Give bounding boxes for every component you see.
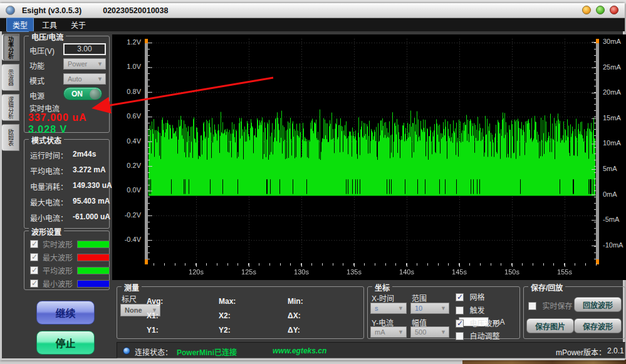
power-toggle-state: ON [71,90,83,98]
min-wave-checkbox[interactable] [30,279,38,288]
power-supply-label: 电源 [29,90,44,101]
close-button[interactable] [610,6,618,14]
current-axis-tick-label: 10mA [603,139,626,147]
measure-avg: Avg: [147,297,163,306]
avg-wave-swatch[interactable] [77,267,110,274]
status-bar: 连接状态： PowerMini已连接 www.egteks.cn mPower版… [117,342,625,358]
stop-button[interactable]: 停止 [36,331,95,355]
voltage-axis-tick-label: 0.2V [112,162,141,169]
time-axis-tick-label: 120s [182,268,210,276]
time-axis-tick-label: 155s [551,268,578,276]
device-serial: 020230520010038 [103,6,168,15]
sidebar-tab-power-analysis[interactable]: 功率分析 [2,34,19,61]
measure-dy: ΔY: [288,326,300,335]
runtime-value: 2m44s [73,150,96,160]
current-axis-tick-label: -5mA [603,216,626,223]
y-unit-value: mA [375,328,385,336]
waveform-plot[interactable] [145,36,599,269]
power-toggle[interactable]: ON [63,87,102,100]
connection-status-icon [123,347,130,355]
max-current-label: 最大电流： [30,197,73,207]
current-axis-tick-label: 30mA [603,38,626,45]
mode-select[interactable]: Auto ▼ [63,73,106,85]
maximize-button[interactable] [596,6,605,14]
time-axis-tick-label: 130s [288,268,315,276]
app-logo-icon [6,6,15,15]
max-current-value: 95.403 mA [73,197,110,207]
avg-current-label: 平均电流： [30,165,73,176]
waveform-chart[interactable]: 1.2V1.0V0.8V0.6V0.4V0.2V0.0V-0.2V-0.4V30… [112,34,626,280]
menu-item-tools[interactable]: 工具 [36,18,63,31]
voltage-axis-tick-label: 1.2V [112,38,141,46]
min-current-value: -61.000 uA [73,212,110,223]
amplitude-select[interactable]: 500 ▼ [410,326,449,338]
sidebar-tab-oscilloscope[interactable]: 示波器 [2,64,19,91]
auto-adjust-checkbox[interactable] [456,332,464,340]
voltage-wave-checkbox-label: 电压波形 [469,320,499,328]
minimize-button[interactable] [582,6,591,14]
ruler-select-value: None [125,306,142,314]
measure-group: 测量 标尺 None ▼ Avg: Max: Min: X1: X2: ΔX: … [117,286,364,339]
time-axis-tick-label: 145s [446,268,473,276]
current-reading: 337.000 uA [28,112,87,123]
continue-button[interactable]: 继续 [36,301,95,325]
x-unit-select[interactable]: s ▼ [370,303,407,314]
avg-wave-label: 平均波形 [43,265,73,276]
measure-group-title: 测量 [122,282,142,293]
coordinates-group: 坐标 X-时间 范围 s ▼ 10 ▼ Y-电流 幅值 mA ▼ 500 ▼ [367,286,520,339]
avg-wave-checkbox[interactable] [30,266,38,274]
current-axis-tick-label: 15mA [603,114,626,122]
measure-max: Max: [219,297,236,306]
menu-bar: 类型 工具 关于 [0,18,625,31]
save-wave-button[interactable]: 保存波形 [574,318,622,333]
realtime-wave-checkbox[interactable] [30,240,38,248]
website-link[interactable]: www.egteks.cn [273,346,326,355]
voltage-reading: 3.028 V [28,124,67,135]
sidebar-tab-ohmmeter[interactable]: 欧姆表 [2,124,19,151]
connection-status-label: 连接状态： [135,346,172,357]
trigger-checkbox-label: 触发 [469,306,484,315]
time-axis-tick-label: 125s [235,268,263,276]
voltage-axis-tick-label: 0.6V [112,112,141,120]
voltage-current-group: 电压/电流 电压(V) 3.00 功能 Power ▼ 模式 Auto ▼ 电源… [24,36,110,133]
menu-item-about[interactable]: 关于 [65,18,91,31]
current-axis-tick-label: 20mA [603,88,626,96]
grid-checkbox[interactable] [456,293,464,301]
min-wave-label: 最小波形 [43,278,73,289]
menu-item-type[interactable]: 类型 [6,18,34,32]
toggle-knob-icon [90,89,100,100]
x-unit-value: s [375,304,378,312]
max-wave-swatch[interactable] [77,254,110,261]
title-bar[interactable]: Esight (v3.0.5.3) 020230520010038 [0,3,625,18]
chevron-down-icon: ▼ [441,329,446,335]
connection-status-value: PowerMini已连接 [177,346,237,357]
min-wave-swatch[interactable] [77,280,110,288]
range-select[interactable]: 10 ▼ [410,303,449,314]
window-title: Esight (v3.0.5.3) [22,6,81,15]
measure-y2: Y2: [219,326,231,335]
amplitude-value: 500 [415,328,426,336]
auto-adjust-checkbox-label: 自动调整 [469,332,499,341]
measure-min: Min: [288,297,303,306]
voltage-wave-checkbox[interactable] [456,320,464,328]
range-value: 10 [415,304,422,312]
function-select[interactable]: Power ▼ [63,58,106,70]
chevron-down-icon: ▼ [398,305,404,311]
trigger-checkbox[interactable] [456,306,464,315]
voltage-axis-tick-label: -0.2V [112,211,141,219]
voltage-input[interactable]: 3.00 [63,43,106,55]
firmware-version-label: mPower版本： [556,346,606,357]
voltage-axis-tick-label: 1.0V [112,63,141,70]
time-axis-tick-label: 150s [498,268,526,276]
realtime-wave-swatch[interactable] [77,241,110,248]
current-axis-tick-label: 25mA [603,63,626,71]
mode-label: 模式 [29,75,44,86]
sidebar-tab-logic-analysis[interactable]: 逻辑分析 [2,94,19,121]
energy-label: 电量消耗： [30,181,73,192]
save-image-button[interactable]: 保存图片 [526,318,574,333]
replay-wave-button[interactable]: 回放波形 [574,297,622,312]
max-wave-checkbox[interactable] [30,253,38,261]
save-replay-group-title: 保存/回放 [528,282,565,293]
realtime-save-checkbox[interactable] [528,302,536,310]
y-unit-select[interactable]: mA ▼ [370,326,407,338]
